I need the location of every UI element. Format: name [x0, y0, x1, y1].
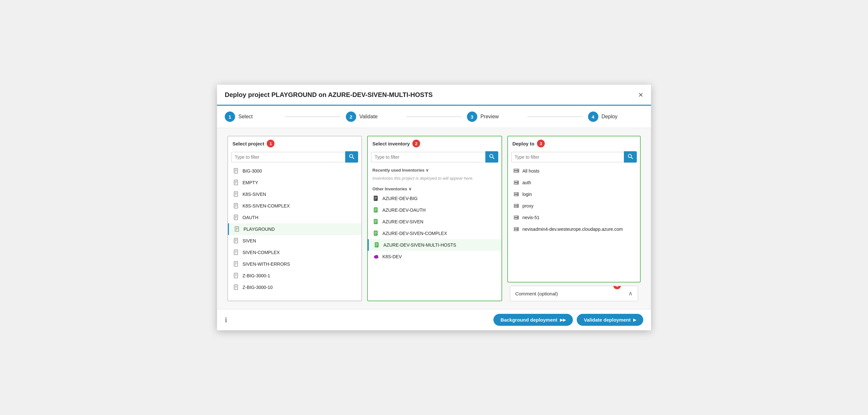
step-1-circle: 1 — [225, 112, 235, 122]
background-deployment-button[interactable]: Background deployment — [493, 314, 573, 326]
step-1: 1 Select — [225, 112, 280, 122]
project-search-button[interactable] — [345, 151, 358, 162]
svg-point-81 — [517, 183, 518, 184]
deploy-item-wrapper-auth: auth — [508, 177, 640, 188]
doc-icon — [234, 180, 239, 185]
deploy-item-login[interactable]: login — [508, 188, 640, 200]
close-button[interactable]: × — [639, 90, 643, 99]
inv-item-azuredevsivencomplex[interactable]: AZURE-DEV-SIVEN-COMPLEX — [368, 228, 501, 239]
inv-item-k8sdev[interactable]: K8S-DEV — [368, 251, 501, 262]
project-item-wrapper-sivenwitherrors: SIVEN-WITH-ERRORS — [228, 258, 361, 270]
server-icon — [514, 215, 519, 220]
project-badge: 1 — [267, 140, 275, 147]
doc-green-icon — [373, 207, 379, 213]
svg-point-97 — [517, 230, 518, 231]
svg-point-76 — [518, 169, 518, 170]
comment-label: Comment (optional) — [516, 291, 558, 296]
inventory-search-input[interactable] — [371, 152, 485, 162]
server-icon — [514, 203, 519, 209]
doc-dark-icon — [373, 196, 379, 201]
step-2-circle: 2 — [346, 112, 356, 122]
inv-item-wrapper-azuredevoauth: AZURE-DEV-OAUTH — [368, 204, 501, 216]
modal-body: Select project 1 BIG-3000 — [217, 128, 651, 309]
project-item-zbig300010[interactable]: Z-BIG-3000-10 — [228, 281, 361, 293]
doc-icon — [234, 249, 239, 255]
project-item-wrapper-k8ssiven: K8S-SIVEN — [228, 188, 361, 200]
deploy-item-wrapper-login: login — [508, 188, 640, 200]
project-item-siven[interactable]: SIVEN — [228, 235, 361, 247]
step-3-label: Preview — [480, 114, 499, 120]
svg-point-85 — [517, 195, 518, 196]
inv-item-azuredevmultihosts[interactable]: AZURE-DEV-SIVEN-MULTI-HOSTS — [368, 239, 501, 251]
project-item-sivenwitherrors[interactable]: SIVEN-WITH-ERRORS — [228, 258, 361, 270]
search-icon — [349, 154, 354, 159]
project-item-k8ssiven[interactable]: K8S-SIVEN — [228, 188, 361, 200]
inventory-list: Recently used Inventories ∨ Inventories … — [368, 165, 501, 301]
inv-item-wrapper-azuredevmultihosts: AZURE-DEV-SIVEN-MULTI-HOSTS — [368, 239, 501, 251]
cloud-icon — [373, 254, 379, 260]
svg-line-73 — [631, 157, 632, 159]
deploy-modal: Deploy project PLAYGROUND on AZURE-DEV-S… — [217, 85, 651, 330]
deploy-item-wrapper-proxy: proxy — [508, 200, 640, 212]
svg-point-88 — [517, 205, 518, 205]
project-item-wrapper-big3000: BIG-3000 — [228, 165, 361, 177]
project-item-big3000[interactable]: BIG-3000 — [228, 165, 361, 177]
inventory-search-button[interactable] — [485, 151, 498, 162]
svg-point-80 — [517, 181, 518, 182]
comment-box: 4 Comment (optional) ∧ — [510, 286, 638, 301]
recently-used-header[interactable]: Recently used Inventories ∨ — [368, 165, 501, 174]
server-icon — [514, 226, 519, 232]
svg-point-93 — [517, 218, 518, 219]
steps-bar: 1 Select 2 Validate 3 Preview 4 Deploy — [217, 106, 651, 128]
project-item-empty[interactable]: EMPTY — [228, 177, 361, 188]
svg-point-71 — [375, 255, 377, 257]
inv-item-wrapper-azuredevsivencomplex: AZURE-DEV-SIVEN-COMPLEX — [368, 228, 501, 239]
inv-item-wrapper-azuredevsiven: AZURE-DEV-SIVEN — [368, 216, 501, 228]
recently-used-empty: Inventories this project is deployed to … — [368, 174, 501, 184]
project-item-wrapper-empty: EMPTY — [228, 177, 361, 188]
project-item-playground[interactable]: PLAYGROUND — [228, 223, 361, 235]
project-item-oauth[interactable]: OAUTH — [228, 212, 361, 223]
deploy-to-search-input[interactable] — [511, 152, 624, 162]
inventory-panel: Select inventory 2 Recently used Invento… — [367, 136, 502, 301]
doc-icon — [234, 261, 239, 267]
doc-icon — [235, 226, 240, 232]
deploy-to-panel: Deploy to 3 — [507, 136, 641, 283]
search-icon — [628, 154, 633, 159]
deploy-item-nevis51[interactable]: nevis-51 — [508, 212, 640, 223]
inv-item-azuredevoauth[interactable]: AZURE-DEV-OAUTH — [368, 204, 501, 216]
project-item-wrapper-siven: SIVEN — [228, 235, 361, 247]
deploy-item-proxy[interactable]: proxy — [508, 200, 640, 212]
doc-icon — [234, 191, 239, 197]
search-icon — [489, 154, 494, 159]
deploy-to-badge: 3 — [537, 140, 545, 147]
project-item-wrapper-oauth: OAUTH — [228, 212, 361, 223]
svg-line-1 — [352, 157, 354, 159]
project-item-wrapper-zbig300010: Z-BIG-3000-10 — [228, 281, 361, 293]
project-list: BIG-3000 EMPTY K8S-SIVEN — [228, 165, 361, 301]
modal-title: Deploy project PLAYGROUND on AZURE-DEV-S… — [225, 91, 433, 98]
doc-green-icon — [373, 219, 379, 225]
project-panel-label: Select project 1 — [228, 137, 361, 149]
project-search-input[interactable] — [231, 152, 345, 162]
deploy-item-auth[interactable]: auth — [508, 177, 640, 188]
deploy-item-wrapper-nevis51: nevis-51 — [508, 212, 640, 223]
inv-item-azuredevsiven[interactable]: AZURE-DEV-SIVEN — [368, 216, 501, 228]
svg-line-47 — [492, 157, 494, 159]
project-item-wrapper-sivencomplex: SIVEN-COMPLEX — [228, 247, 361, 258]
deploy-item-allhosts[interactable]: All hosts — [508, 165, 640, 177]
info-icon[interactable]: ℹ — [225, 316, 227, 324]
doc-icon — [234, 168, 239, 174]
deploy-item-nevisadmin4[interactable]: nevisadmin4-dev.westeurope.cloudapp.azur… — [508, 223, 640, 235]
other-inventories-header[interactable]: Other Inventories ∨ — [368, 184, 501, 192]
deploy-to-search-button[interactable] — [624, 151, 637, 162]
step-3-circle: 3 — [467, 112, 477, 122]
project-item-zbig30001[interactable]: Z-BIG-3000-1 — [228, 270, 361, 281]
project-item-sivencomplex[interactable]: SIVEN-COMPLEX — [228, 247, 361, 258]
validate-deployment-button[interactable]: Validate deployment — [577, 314, 643, 326]
project-item-k8ssivencomplex[interactable]: K8S-SIVEN-COMPLEX — [228, 200, 361, 212]
step-divider-2 — [406, 116, 461, 117]
inv-item-azuredevbig[interactable]: AZURE-DEV-BIG — [368, 192, 501, 204]
inventory-badge: 2 — [412, 140, 420, 147]
project-item-wrapper-zbig30001: Z-BIG-3000-1 — [228, 270, 361, 281]
